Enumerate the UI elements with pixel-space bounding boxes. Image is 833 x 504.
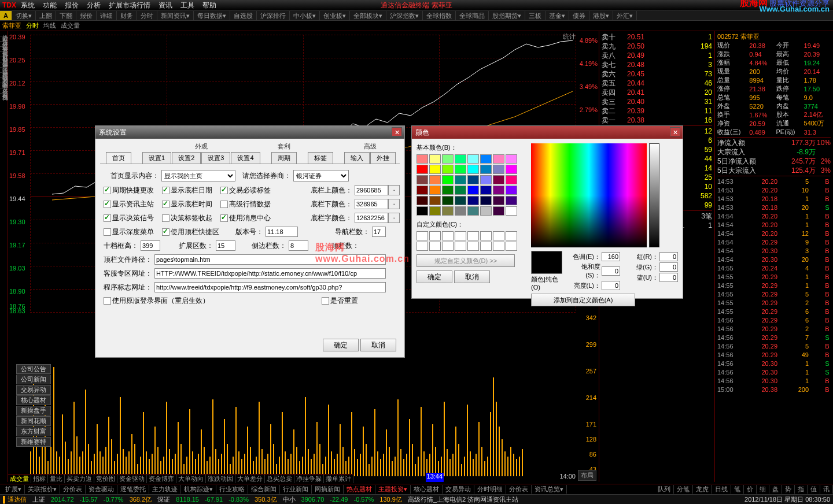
settings-tab[interactable]: 设置3 xyxy=(201,152,230,164)
color-swatch[interactable] xyxy=(493,154,504,164)
settings-cancel-button[interactable]: 取消 xyxy=(360,339,396,351)
toolbar-item[interactable]: 基金▾ xyxy=(545,11,569,20)
bottom-bar-item[interactable]: 交易异动 xyxy=(443,485,474,494)
checkbox[interactable] xyxy=(162,187,169,194)
toolbar-item[interactable]: 每日数据▾ xyxy=(194,11,230,20)
settings-title[interactable]: 系统设置 ✕ xyxy=(95,126,404,139)
indicator-tab[interactable]: 总买总卖 xyxy=(265,475,294,483)
color-swatch[interactable] xyxy=(506,165,517,174)
settings-tab[interactable]: 首页 xyxy=(106,152,131,164)
color-swatch[interactable] xyxy=(480,154,492,164)
blue-input[interactable] xyxy=(659,273,678,282)
color-swatch[interactable] xyxy=(442,196,454,205)
color-swatch[interactable] xyxy=(429,206,441,216)
bottom-bar-item[interactable]: 龙虎 xyxy=(693,485,712,494)
bottom-bar-item[interactable]: 势 xyxy=(782,485,795,494)
ext-count-input[interactable] xyxy=(216,240,235,251)
indicator-tab[interactable]: 大单动向 xyxy=(176,475,206,483)
checkbox[interactable] xyxy=(220,187,228,194)
layout-button[interactable]: 布局 xyxy=(578,470,596,481)
color-swatch[interactable] xyxy=(455,154,466,164)
checkbox[interactable] xyxy=(104,201,111,208)
toolbar-item[interactable]: 下翻 xyxy=(56,11,76,20)
settings-tab[interactable]: 输入 xyxy=(344,152,370,164)
side-count-input[interactable] xyxy=(289,240,308,251)
settings-tab[interactable]: 设置1 xyxy=(142,152,171,164)
menu-item[interactable]: 工具 xyxy=(180,1,194,10)
bottom-bar-item[interactable]: 盘 xyxy=(769,485,782,494)
custom-color-slot[interactable] xyxy=(429,231,441,240)
color-swatch[interactable] xyxy=(480,175,492,184)
color-swatch[interactable] xyxy=(429,186,441,195)
menu-item[interactable]: 分析 xyxy=(87,1,101,10)
indicator-tab[interactable]: 指标 xyxy=(31,475,48,483)
custom-color-slot[interactable] xyxy=(442,231,454,240)
old-login-checkbox[interactable] xyxy=(104,297,111,305)
color-gradient-picker[interactable] xyxy=(531,143,647,247)
checkbox[interactable] xyxy=(220,214,228,222)
custom-color-slot[interactable] xyxy=(480,231,492,240)
custom-color-slot[interactable] xyxy=(442,242,454,251)
color-swatch[interactable] xyxy=(417,196,428,205)
color-swatch[interactable] xyxy=(493,165,504,174)
color-cancel-button[interactable]: 取消 xyxy=(454,270,490,283)
indicator-tab[interactable]: 资金博弈 xyxy=(147,475,176,483)
toolbar-item[interactable]: 财务 xyxy=(117,11,137,20)
info-btn[interactable]: 东方财富 xyxy=(16,427,51,436)
toolbar-item[interactable]: 全部板块▾ xyxy=(350,11,386,20)
sat-input[interactable] xyxy=(602,266,620,276)
color-swatch[interactable] xyxy=(493,206,504,216)
custom-color-slot[interactable] xyxy=(429,242,441,251)
color-swatch[interactable] xyxy=(455,206,466,216)
bottom-bar-item[interactable]: 关联报价▾ xyxy=(25,485,60,494)
color-swatch[interactable] xyxy=(442,154,454,164)
color-swatch[interactable] xyxy=(493,186,504,195)
bottom-bar-item[interactable]: 行业新闻 xyxy=(280,485,312,494)
info-btn[interactable]: 核心题材 xyxy=(16,395,51,405)
bottom-bar-item[interactable]: 热点题材 xyxy=(344,485,375,494)
bottom-bar-item[interactable]: 分笔 xyxy=(674,485,693,494)
color-swatch[interactable] xyxy=(417,175,428,184)
lum-input[interactable] xyxy=(602,281,620,290)
color-swatch[interactable] xyxy=(467,206,479,216)
color-value-input[interactable] xyxy=(355,213,388,223)
color-swatch[interactable] xyxy=(506,154,517,164)
checkbox[interactable] xyxy=(104,228,111,236)
red-input[interactable] xyxy=(659,252,678,261)
color-swatch[interactable] xyxy=(455,165,466,174)
bottom-bar-item[interactable]: 队列 xyxy=(655,485,674,494)
color-swatch[interactable] xyxy=(506,175,517,184)
checkbox[interactable] xyxy=(104,187,111,194)
custom-color-slot[interactable] xyxy=(493,231,504,240)
checkbox[interactable] xyxy=(162,228,169,236)
checkbox[interactable] xyxy=(104,214,111,222)
menu-item[interactable]: 功能 xyxy=(43,1,57,10)
toolbar-item[interactable]: 股指期货▾ xyxy=(489,11,525,20)
color-swatch[interactable] xyxy=(467,165,479,174)
custom-color-slot[interactable] xyxy=(506,231,517,240)
menu-item[interactable]: 报价 xyxy=(65,1,79,10)
color-swatch[interactable] xyxy=(480,165,492,174)
toolbar-item[interactable]: 中小板▾ xyxy=(290,11,320,20)
indicator-tab[interactable]: 买卖力道 xyxy=(65,475,94,483)
color-swatch[interactable] xyxy=(506,186,517,195)
bottom-bar-item[interactable]: 分价表 xyxy=(60,485,86,494)
left-tab[interactable]: 交易异动 xyxy=(0,73,8,78)
color-swatch[interactable] xyxy=(467,196,479,205)
settings-tab[interactable]: 周期 xyxy=(271,152,297,164)
settings-tab[interactable]: 外挂 xyxy=(370,152,396,164)
bottom-bar-item[interactable]: 机构踪迹▾ xyxy=(181,485,216,494)
settings-ok-button[interactable]: 确定 xyxy=(323,339,359,351)
color-swatch[interactable] xyxy=(493,196,504,205)
close-icon[interactable]: ✕ xyxy=(392,127,402,136)
color-swatch[interactable] xyxy=(455,196,466,205)
left-tab[interactable]: 操盘手 xyxy=(0,62,8,68)
color-swatch[interactable] xyxy=(442,175,454,184)
bottom-bar-item[interactable]: 逐笔委托 xyxy=(117,485,149,494)
bottom-bar-item[interactable]: 主力轨迹 xyxy=(149,485,181,494)
menu-item[interactable]: 帮助 xyxy=(202,1,216,10)
color-swatch[interactable] xyxy=(442,186,454,195)
toolbar-item[interactable]: 创业板▾ xyxy=(320,11,350,20)
toolbar-item[interactable]: 外汇▾ xyxy=(613,11,637,20)
settings-tab[interactable]: 设置4 xyxy=(231,152,260,164)
